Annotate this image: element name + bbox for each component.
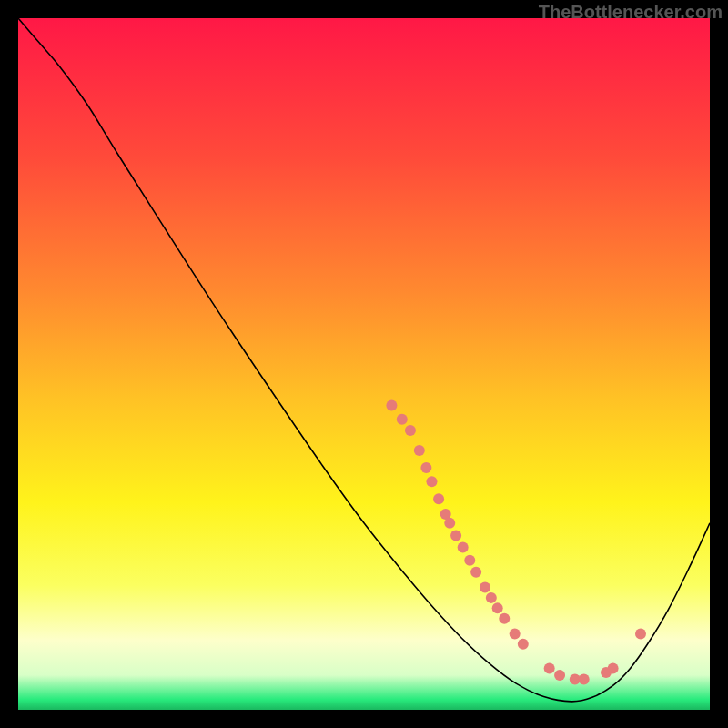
data-point bbox=[405, 425, 416, 436]
background-gradient bbox=[18, 18, 710, 710]
data-point bbox=[579, 674, 590, 685]
data-point bbox=[470, 567, 481, 578]
plot-area bbox=[18, 18, 710, 710]
data-point bbox=[397, 414, 408, 425]
data-point bbox=[510, 628, 521, 639]
data-point bbox=[480, 581, 490, 592]
data-point bbox=[450, 530, 461, 541]
data-point bbox=[386, 400, 397, 411]
data-point bbox=[433, 493, 444, 504]
data-point bbox=[420, 462, 431, 473]
data-point bbox=[608, 662, 619, 673]
data-point bbox=[444, 518, 455, 529]
data-point bbox=[635, 628, 646, 639]
data-point bbox=[426, 476, 437, 487]
data-point bbox=[492, 602, 503, 613]
data-point bbox=[518, 639, 529, 650]
data-point bbox=[486, 592, 497, 603]
data-point bbox=[414, 445, 425, 456]
data-point bbox=[458, 541, 469, 552]
data-point bbox=[464, 555, 475, 566]
chart-svg bbox=[18, 18, 710, 710]
watermark-label: TheBottlenecker.com bbox=[539, 2, 723, 23]
data-point bbox=[544, 662, 555, 673]
data-point bbox=[554, 670, 565, 681]
chart-container: TheBottlenecker.com bbox=[0, 0, 728, 728]
data-point bbox=[499, 613, 510, 624]
